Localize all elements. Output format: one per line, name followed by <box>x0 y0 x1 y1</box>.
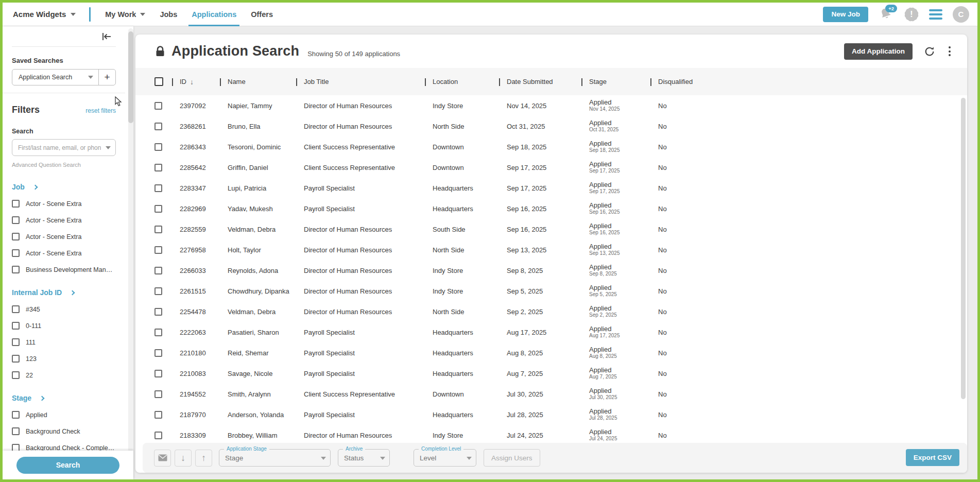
new-job-button[interactable]: New Job <box>823 7 868 22</box>
checkbox-unchecked-icon[interactable] <box>12 338 20 346</box>
table-row[interactable]: 2194552 Smith, Aralynn Client Success Re… <box>135 384 967 404</box>
filter-option[interactable]: 22 <box>12 371 116 379</box>
row-checkbox[interactable] <box>154 267 162 274</box>
table-row[interactable]: 2210083 Savage, Nicole Payroll Specialis… <box>135 363 967 384</box>
search-input[interactable] <box>18 144 101 151</box>
checkbox-unchecked-icon[interactable] <box>12 322 20 330</box>
column-header-date-submitted[interactable]: Date Submitted <box>507 78 589 85</box>
filter-option[interactable]: #345 <box>12 305 116 313</box>
row-checkbox[interactable] <box>154 205 162 213</box>
row-checkbox[interactable] <box>154 123 162 130</box>
table-row[interactable]: 2222063 Pasatieri, Sharon Payroll Specia… <box>135 322 967 342</box>
checkbox-unchecked-icon[interactable] <box>12 200 20 208</box>
filter-option[interactable]: 0-111 <box>12 322 116 330</box>
refresh-icon[interactable] <box>924 46 935 57</box>
application-stage-select[interactable]: Application Stage Stage <box>219 449 331 467</box>
table-row[interactable]: 2282969 Yadav, Mukesh Payroll Specialist… <box>135 198 967 219</box>
nav-item-applications[interactable]: Applications <box>192 3 236 26</box>
table-row[interactable]: 2285642 Griffin, Daniel Client Success R… <box>135 157 967 178</box>
table-row[interactable]: 2187970 Anderson, Yolanda Payroll Specia… <box>135 404 967 425</box>
table-row[interactable]: 2254478 Veldman, Debra Director of Human… <box>135 301 967 322</box>
nav-item-my-work[interactable]: My Work <box>105 3 145 26</box>
row-checkbox[interactable] <box>154 143 162 151</box>
filter-option[interactable]: 123 <box>12 355 116 363</box>
filter-group-heading[interactable]: Job <box>12 183 116 191</box>
filter-option[interactable]: Actor - Scene Extra <box>12 216 116 224</box>
apply-filters-search-button[interactable]: Search <box>16 457 119 474</box>
notifications-button[interactable]: +2 <box>879 7 894 22</box>
collapse-sidebar-icon[interactable] <box>101 32 112 41</box>
add-application-button[interactable]: Add Application <box>844 43 913 60</box>
caret-down-icon[interactable] <box>106 146 111 149</box>
column-header-job-title[interactable]: Job Title <box>304 78 433 85</box>
table-row[interactable]: 2183309 Brobbey, William Director of Hum… <box>135 425 967 445</box>
checkbox-unchecked-icon[interactable] <box>12 355 20 363</box>
move-up-button[interactable]: ↑ <box>195 450 212 467</box>
row-checkbox[interactable] <box>154 411 162 419</box>
alerts-button[interactable]: ! <box>904 7 919 22</box>
row-checkbox[interactable] <box>154 390 162 398</box>
table-row[interactable]: 2276958 Holt, Taylor Director of Human R… <box>135 239 967 260</box>
row-checkbox[interactable] <box>154 329 162 336</box>
saved-search-select[interactable]: Application Search <box>12 70 98 85</box>
checkbox-unchecked-icon[interactable] <box>12 371 20 379</box>
row-checkbox[interactable] <box>154 184 162 192</box>
advanced-question-search-link[interactable]: Advanced Question Search <box>12 162 116 168</box>
row-checkbox[interactable] <box>154 246 162 254</box>
more-options-icon[interactable] <box>947 44 953 58</box>
column-header-stage[interactable]: Stage <box>589 78 658 85</box>
checkbox-unchecked-icon[interactable] <box>12 444 20 451</box>
checkbox-unchecked-icon[interactable] <box>12 427 20 435</box>
table-row[interactable]: 2210180 Reid, Shemar Payroll Specialist … <box>135 342 967 363</box>
org-switcher[interactable]: Acme Widgets <box>13 10 76 19</box>
checkbox-unchecked-icon[interactable] <box>12 216 20 224</box>
menu-button[interactable] <box>929 9 942 20</box>
filter-option[interactable]: Background Check <box>12 427 116 435</box>
user-avatar[interactable]: C <box>953 6 969 23</box>
checkbox-unchecked-icon[interactable] <box>12 233 20 240</box>
row-checkbox[interactable] <box>154 287 162 295</box>
archive-status-select[interactable]: Archive Status <box>338 449 390 467</box>
checkbox-unchecked-icon[interactable] <box>12 411 20 419</box>
filter-option[interactable]: Applied <box>12 411 116 419</box>
column-header-disqualified[interactable]: Disqualified <box>658 78 967 85</box>
assign-users-button[interactable]: Assign Users <box>484 449 540 467</box>
sidebar-scrollbar-thumb[interactable] <box>128 31 133 123</box>
table-scrollbar-thumb[interactable] <box>961 98 966 399</box>
table-row[interactable]: 2282559 Veldman, Debra Director of Human… <box>135 219 967 239</box>
completion-level-select[interactable]: Completion Level Level <box>414 449 476 467</box>
row-checkbox[interactable] <box>154 308 162 316</box>
row-checkbox[interactable] <box>154 432 162 439</box>
filter-group-heading[interactable]: Internal Job ID <box>12 288 116 297</box>
table-row[interactable]: 2286343 Tesoroni, Dominic Client Success… <box>135 136 967 157</box>
checkbox-unchecked-icon[interactable] <box>12 249 20 257</box>
filter-option[interactable]: 111 <box>12 338 116 346</box>
table-row[interactable]: 2266033 Reynolds, Adona Director of Huma… <box>135 260 967 281</box>
row-checkbox[interactable] <box>154 370 162 377</box>
export-csv-button[interactable]: Export CSV <box>906 449 959 466</box>
table-row[interactable]: 2283347 Lupi, Patricia Payroll Specialis… <box>135 178 967 198</box>
filter-option[interactable]: Business Development Man… <box>12 266 116 273</box>
filter-group-heading[interactable]: Stage <box>12 394 116 402</box>
nav-item-jobs[interactable]: Jobs <box>160 3 177 26</box>
sidebar-scrollbar-track[interactable] <box>128 28 133 477</box>
checkbox-unchecked-icon[interactable] <box>12 305 20 313</box>
add-saved-search-button[interactable]: + <box>98 70 115 85</box>
row-checkbox[interactable] <box>154 102 162 110</box>
filter-option[interactable]: Actor - Scene Extra <box>12 249 116 257</box>
move-down-button[interactable]: ↓ <box>175 450 192 467</box>
reset-filters-link[interactable]: reset filters <box>85 107 116 114</box>
row-checkbox[interactable] <box>154 226 162 233</box>
select-all-checkbox[interactable] <box>154 77 163 86</box>
nav-item-offers[interactable]: Offers <box>251 3 273 26</box>
sort-descending-icon[interactable]: ↓ <box>190 78 194 86</box>
row-checkbox[interactable] <box>154 164 162 171</box>
table-row[interactable]: 2368261 Bruno, Ella Director of Human Re… <box>135 116 967 136</box>
filter-option[interactable]: Actor - Scene Extra <box>12 200 116 208</box>
filter-option[interactable]: Actor - Scene Extra <box>12 233 116 240</box>
checkbox-unchecked-icon[interactable] <box>12 266 20 273</box>
table-row[interactable]: 2261515 Chowdhury, Dipanka Director of H… <box>135 281 967 301</box>
table-row[interactable]: 2397092 Napier, Tammy Director of Human … <box>135 95 967 116</box>
column-header-location[interactable]: Location <box>433 78 507 85</box>
email-button[interactable] <box>154 450 171 467</box>
